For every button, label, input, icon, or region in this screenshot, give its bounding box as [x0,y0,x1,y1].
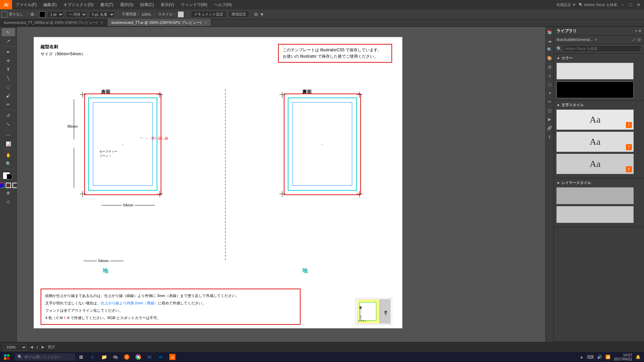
taskbar-network[interactable]: 📶 [605,355,610,359]
zoom-tool[interactable]: 🔍 [2,160,15,168]
page-nav-prev[interactable]: ◀ [30,345,33,349]
type-tool[interactable]: T [2,65,15,73]
layer-style-item-2[interactable] [556,206,634,223]
taskbar-search-text: 何でも聞いてください [24,355,61,360]
taskbar-word[interactable]: W [144,353,155,361]
menu-edit[interactable]: 編集(E) [40,0,60,9]
back-corner-br-v [359,191,360,197]
tab-0-close[interactable]: ✕ [100,21,103,24]
symbol-btn[interactable]: ✦ [546,90,553,97]
zoom-dropdown[interactable]: 150% [3,344,27,351]
screen-mode-btn[interactable]: ⊕ [2,189,15,197]
rotate-tool[interactable]: ↺ [2,111,15,119]
taskbar-search[interactable]: 🔍 何でも聞いてください [15,353,75,361]
taskbar-app1[interactable]: S [121,353,132,361]
back-corner-bl-h [279,194,285,194]
taskbar-notification[interactable]: 🔔 [636,355,641,359]
rectangle-tool[interactable]: □ [2,83,15,91]
color-swatches[interactable] [3,172,14,181]
links-btn[interactable]: 🔗 [546,125,553,131]
dropdown-arrow[interactable]: ▼ [594,38,597,42]
taskbar-store[interactable]: 🛍 [110,353,121,361]
brush-dropdown[interactable]: 5 pt. 丸筆 [89,11,115,18]
fill-selector[interactable]: 塗りなし [1,11,23,17]
action-btn[interactable]: ▶ [546,116,553,123]
tab-0[interactable]: businesscard_TT_0406d.ai @ 150% (CMYK/プレ… [0,19,107,26]
stroke-selector[interactable]: 線： [31,11,45,17]
minimize-button[interactable]: － [620,2,625,7]
restore-button[interactable]: □ [628,2,633,7]
layer-style-chevron[interactable]: ▼ [556,181,560,185]
text-style-item-2[interactable]: Aa ! [556,132,634,152]
hand-tool[interactable]: ✋ [2,151,15,159]
direct-select-tool[interactable]: ↗ [2,37,15,45]
color-picker-btn[interactable]: 🎨 [546,55,553,62]
sep3 [154,11,155,18]
tab-1[interactable]: businesscard_TT.ai @ 150% (CMYK/GPU プレビュ… [107,19,211,26]
layer-btn[interactable]: ◫ [546,107,553,114]
menu-view[interactable]: 表示(V) [157,0,177,9]
brush-lib-btn[interactable]: ✏ [546,99,553,105]
align-btn[interactable]: ≡ [546,72,553,79]
taskbar-volume[interactable]: 🔊 [597,355,602,359]
paintbrush-tool[interactable]: 🖌 [2,92,15,100]
line-tool[interactable]: ╲ [2,74,15,82]
transform-btn[interactable]: ⊞ [546,64,553,70]
bleed-line-label: ← 塗り足し線 [145,136,168,141]
text-style-chevron[interactable]: ▼ [556,103,560,107]
tool-sep-1 [2,46,14,47]
menu-type[interactable]: 書式(T) [97,0,117,9]
color-chevron[interactable]: ▼ [556,56,560,60]
layer-style-item-1[interactable] [556,187,634,204]
taskbar-lang-icon[interactable]: ⌨ [587,354,594,360]
select-tool[interactable]: ↖ [2,28,15,36]
graph-tool[interactable]: 📊 [2,140,15,148]
start-button[interactable] [0,352,13,362]
canvas-area[interactable]: 縦型名刺 サイズ（90mm×54mm） このテンプレートは Illustrato… [17,27,545,352]
none-mode-btn[interactable] [6,183,11,188]
menu-select[interactable]: 選択(S) [117,0,137,9]
text-style-item-3[interactable]: Aa ! [556,154,634,174]
cloud-btn[interactable]: ☁ [546,38,553,44]
color-swatch-light[interactable] [556,63,634,79]
env-settings-button[interactable]: 環境設定 [228,11,249,18]
taskbar-up-arrow[interactable]: ▲ [580,355,584,359]
taskbar-explorer[interactable]: 📁 [99,353,109,361]
taskbar-task-view[interactable]: ⊞ [76,353,87,361]
menu-object[interactable]: オブジェクト(O) [60,0,97,9]
taskbar-ai[interactable]: Ai [167,353,178,361]
corner-br-v [160,191,160,197]
pen-tool[interactable]: ✒ [2,48,15,56]
menu-file[interactable]: ファイル(F) [12,0,40,9]
tab-1-close[interactable]: ✕ [204,21,207,24]
color-swatch-black[interactable] [556,81,634,98]
stroke-size-dropdown[interactable]: 1 pt [47,11,64,18]
search-btn[interactable]: 🔍 [546,46,553,53]
right-mini-tools: 📚 ☁ 🔍 🎨 ⊞ ≡ ⬡ ✦ ✏ ◫ ▶ 🔗 ℹ [545,27,553,352]
text-style-item-1[interactable]: Aa ! [556,110,634,130]
pencil-tool[interactable]: ✏ [2,100,15,108]
panel-icons-right[interactable]: ⤢ ⊕ [632,37,641,42]
add-anchor-tool[interactable]: ✛ [2,57,15,65]
warp-tool[interactable]: 〰 [2,131,15,139]
scale-tool[interactable]: ⤡ [2,120,15,128]
doc-settings-button[interactable]: ドキュメント設定 [191,11,226,18]
pathfinder-btn[interactable]: ⬡ [546,81,553,88]
taskbar-chrome[interactable] [133,353,144,361]
panel-search-input[interactable] [563,45,641,52]
library-btn[interactable]: 📚 [546,29,553,36]
menu-effect[interactable]: 効果(C) [137,0,157,9]
info-btn[interactable]: ℹ [546,133,553,140]
main-area: ↖ ↗ ✒ ✛ T ╲ □ 🖌 ✏ ↺ ⤡ 〰 📊 ✋ 🔍 ⊕ [0,27,644,352]
menu-window[interactable]: ウィンドウ(W) [177,0,211,9]
draw-mode-btn[interactable]: ◇ [2,197,15,205]
close-button[interactable]: ✕ [636,2,641,7]
page-nav-next[interactable]: ▶ [42,345,44,349]
taskbar-edge[interactable]: e [87,353,98,361]
taskbar-ps[interactable]: Ps [156,353,166,361]
color-mode-btn[interactable] [0,183,4,188]
layer-style-section: ▼ レイヤースタイル [554,178,644,227]
stroke-type-dropdown[interactable]: ━ 均等 [66,11,87,18]
taskbar-right: ▲ ⌨ 🔊 📶 14:57 2017/04/21 🔔 [580,353,644,361]
menu-help[interactable]: ヘルプ(H) [211,0,235,9]
